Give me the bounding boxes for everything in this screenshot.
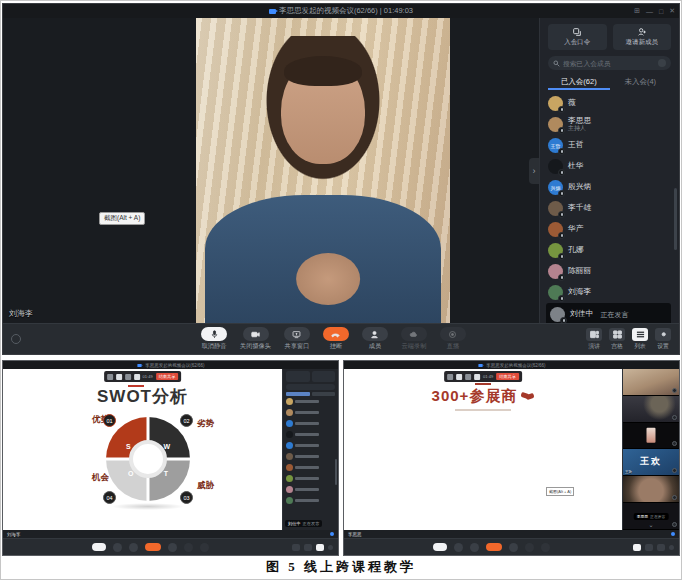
share-tool-icon[interactable]	[125, 374, 131, 380]
participant-avatar	[548, 264, 563, 279]
tab-not-joined[interactable]: 未入会(4)	[610, 76, 672, 90]
speaking-toast: 刘佳中 正在发言	[285, 520, 322, 527]
meeting-code-button[interactable]	[286, 371, 310, 382]
share-timer: 01:49	[483, 374, 493, 379]
participant-row[interactable]: 兴炳 殷兴炳	[548, 177, 671, 198]
mic-muted-icon	[672, 495, 677, 500]
panel-scrollbar[interactable]	[674, 188, 677, 250]
video-thumbnail[interactable]: 王欢 王欢 王欢	[623, 449, 679, 476]
participant-row[interactable]: 孔娜	[548, 240, 671, 261]
participant-row[interactable]: 杜华	[548, 156, 671, 177]
video-thumbnail[interactable]: 李思思正在发言 ⌄	[623, 503, 679, 530]
settings-button[interactable]	[669, 545, 674, 550]
minimize-icon[interactable]: —	[646, 8, 653, 15]
mute-button[interactable]	[92, 543, 106, 551]
status-dot	[330, 532, 334, 536]
settings-button[interactable]: 设置	[655, 328, 671, 351]
participant-row[interactable]: 华产	[548, 219, 671, 240]
participant-row[interactable]: 李千雄	[548, 198, 671, 219]
speaker-video[interactable]	[196, 18, 450, 323]
share-tool-icon[interactable]	[116, 374, 122, 380]
members-button[interactable]: 成员	[362, 327, 388, 351]
members-button[interactable]	[168, 543, 177, 552]
share-tool-icon[interactable]	[474, 374, 480, 380]
slide-title-block: 300+参展商	[344, 383, 622, 411]
close-icon[interactable]: ✕	[669, 7, 675, 15]
camera-button[interactable]	[113, 543, 122, 552]
participant-row[interactable]: 陈丽丽	[548, 261, 671, 282]
video-stage: 截图(Alt + A) 刘海李 ›	[3, 18, 539, 323]
member-search-input[interactable]	[563, 60, 655, 67]
list-view-button[interactable]: 列表	[632, 328, 648, 351]
mic-muted-icon	[560, 317, 567, 323]
end-share-button[interactable]: 结束共享	[496, 373, 519, 380]
participant-row[interactable]: 刘佳中 正在发言	[546, 303, 671, 323]
tab-joined[interactable]: 已入会(62)	[548, 76, 610, 90]
maximize-icon[interactable]: □	[659, 8, 663, 15]
participant-avatar	[548, 159, 563, 174]
participant-row[interactable]: 王哲 王哲	[548, 135, 671, 156]
share-tool-icon[interactable]	[447, 374, 453, 380]
share-tool-icon[interactable]	[134, 374, 140, 380]
cloud-record-button[interactable]	[184, 543, 193, 552]
invite-member-button[interactable]: 邀请新成员	[613, 24, 672, 50]
hangup-button[interactable]	[486, 543, 502, 551]
list-view-button[interactable]	[316, 544, 324, 551]
share-screen-button[interactable]	[470, 543, 479, 552]
speaker-view-button[interactable]	[633, 544, 641, 551]
meeting-window: 李思思发起的视频会议(62/66) | 01:49:03 ⊞ — □ ✕ 截图(…	[2, 3, 680, 355]
hangup-button[interactable]: 挂断	[323, 327, 349, 351]
video-thumbnail[interactable]	[623, 476, 679, 503]
cloud-record-button[interactable]	[525, 543, 534, 552]
camera-icon	[251, 330, 260, 339]
speaker-view-button[interactable]	[292, 544, 300, 551]
panel-scrollbar[interactable]	[335, 459, 337, 485]
participant-avatar	[548, 96, 563, 111]
video-thumbnail[interactable]	[623, 369, 679, 396]
cloud-record-button[interactable]: 云端录制	[401, 327, 427, 351]
grid-view-button[interactable]: 宫格	[609, 328, 625, 351]
live-button[interactable]: 直播	[440, 327, 466, 351]
participant-name: 孔娜	[568, 246, 584, 255]
share-screen-button[interactable]	[129, 543, 138, 552]
mute-button[interactable]	[433, 543, 447, 551]
video-thumbnail[interactable]	[623, 423, 679, 450]
speaker-view-button[interactable]: 演讲	[586, 328, 602, 351]
share-screen-button[interactable]: 共享窗口	[284, 327, 310, 351]
copy-icon	[572, 27, 582, 37]
hangup-button[interactable]	[145, 543, 161, 551]
list-view-button[interactable]	[657, 544, 665, 551]
live-button[interactable]	[200, 543, 209, 552]
share-tool-icon[interactable]	[465, 374, 471, 380]
participant-row[interactable]: 薇	[548, 93, 671, 114]
meeting-code-button[interactable]: 入会口令	[548, 24, 607, 50]
layout-switch-icon[interactable]: ⊞	[634, 7, 640, 15]
participant-row[interactable]: 刘海李	[548, 282, 671, 303]
video-thumbnail[interactable]	[623, 396, 679, 423]
share-tool-icon[interactable]	[107, 374, 113, 380]
tab-joined[interactable]	[286, 392, 310, 396]
camera-button[interactable]	[454, 543, 463, 552]
end-share-button[interactable]: 结束共享	[156, 373, 179, 380]
share-tool-icon[interactable]	[456, 374, 462, 380]
video-camera-icon	[479, 364, 483, 367]
grid-view-button[interactable]	[645, 544, 653, 551]
presenter-strip: 李思思	[344, 530, 679, 538]
mute-button[interactable]: 取消静音	[201, 327, 227, 351]
invite-member-button[interactable]	[312, 371, 336, 382]
video-thumbnail-strip: 王欢 王欢 王欢 李思思正在发言	[622, 369, 679, 530]
participant-role: 主持人	[568, 125, 591, 132]
settings-button[interactable]	[328, 545, 333, 550]
badge-04: 04	[103, 491, 116, 504]
camera-button[interactable]: 关闭摄像头	[240, 327, 271, 351]
search-filter-icon[interactable]	[658, 59, 666, 67]
member-search[interactable]	[286, 384, 335, 390]
grid-view-button[interactable]	[304, 544, 312, 551]
member-search[interactable]	[548, 56, 671, 70]
members-button[interactable]	[509, 543, 518, 552]
tab-not-joined[interactable]	[312, 392, 336, 396]
live-button[interactable]	[541, 543, 550, 552]
panel-collapse-handle[interactable]: ›	[529, 158, 539, 184]
participant-row[interactable]: 李思思 主持人	[548, 114, 671, 135]
person-hands	[296, 253, 360, 305]
